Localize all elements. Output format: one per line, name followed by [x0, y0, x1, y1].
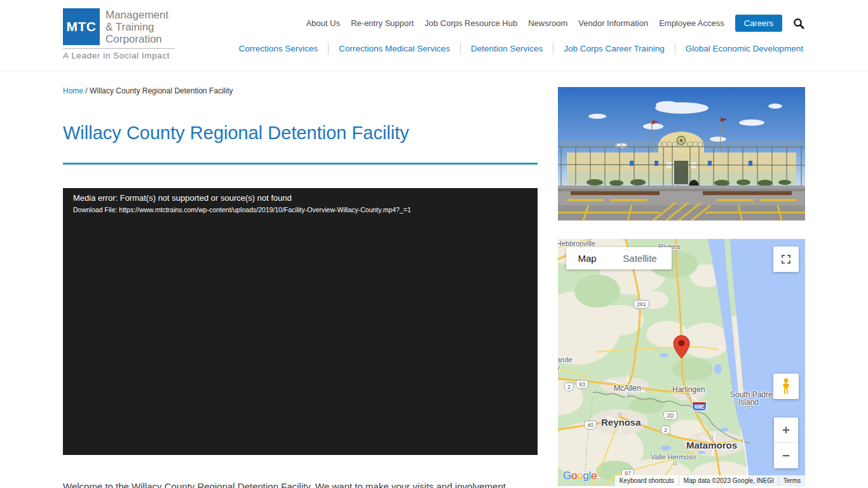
map-type-control: Map Satellite	[566, 247, 672, 269]
nav-about-us[interactable]: About Us	[306, 18, 340, 28]
mtc-logo-square: MTC	[63, 8, 100, 45]
nav-vendor-information[interactable]: Vendor Information	[578, 18, 648, 28]
zoom-control: + −	[774, 417, 798, 468]
nav-corrections-medical-services[interactable]: Corrections Medical Services	[328, 43, 460, 55]
search-icon	[793, 18, 804, 29]
google-logo[interactable]: Google	[563, 470, 597, 482]
fullscreen-icon	[781, 254, 791, 264]
logo-divider	[63, 48, 175, 49]
pegman-button[interactable]	[773, 374, 799, 399]
map-dot-riviera	[675, 251, 678, 254]
fullscreen-button[interactable]	[773, 247, 799, 272]
map-label-reynosa: Reynosa	[601, 417, 641, 428]
map-label-mcallen: McAllen	[614, 384, 641, 393]
mtc-logo[interactable]: MTC Management & Training Corporation A …	[63, 8, 176, 60]
nav-job-corps-resource-hub[interactable]: Job Corps Resource Hub	[424, 18, 517, 28]
shield-us-83: 83	[576, 380, 588, 389]
google-letter: o	[571, 470, 577, 482]
map-dot-valle-hermoso	[674, 462, 677, 465]
top-navigation: About Us Re-entry Support Job Corps Reso…	[306, 15, 804, 32]
google-letter: G	[563, 470, 571, 482]
map-dot-reynosa	[618, 412, 621, 416]
logo-tagline: A Leader in Social Impact	[63, 51, 176, 60]
careers-button[interactable]: Careers	[735, 15, 782, 32]
site-header: MTC Management & Training Corporation A …	[0, 0, 868, 71]
map-label-harlingen: Harlingen	[672, 385, 705, 394]
shield-us-281: 281	[634, 300, 649, 309]
map-label-south-padre-island: Island	[738, 398, 759, 407]
services-navigation: Corrections Services Corrections Medical…	[229, 43, 804, 55]
google-letter: e	[591, 470, 597, 482]
map-dot-south-padre	[749, 406, 752, 409]
map-dot-harlingen	[688, 395, 691, 398]
video-player[interactable]: Media error: Format(s) not supported or …	[63, 188, 538, 455]
map-type-map-button[interactable]: Map	[566, 247, 608, 269]
intro-paragraph: Welcome to the Willacy County Regional D…	[63, 481, 539, 488]
map-marker-pin[interactable]	[673, 335, 690, 359]
map-dot-mcallen	[627, 393, 630, 396]
shield-mx-40: 40	[584, 421, 597, 430]
map-terrain	[558, 239, 805, 486]
logo-line: & Training	[105, 21, 168, 33]
map-dot-matamoros	[710, 436, 713, 439]
map-data-attribution: Map data ©2023 Google, INEGI	[679, 475, 778, 486]
logo-line: Management	[105, 9, 168, 21]
logo-line: Corporation	[105, 33, 168, 45]
map-type-satellite-button[interactable]: Satellite	[608, 247, 672, 269]
title-divider	[63, 163, 538, 165]
zoom-in-button[interactable]: +	[774, 417, 798, 443]
shield-2d: 2D	[663, 411, 677, 420]
map-label-rio-grande: Grande	[558, 356, 573, 363]
breadcrumb-separator: /	[83, 86, 90, 95]
nav-reentry-support[interactable]: Re-entry Support	[351, 18, 414, 28]
nav-newsroom[interactable]: Newsroom	[528, 18, 567, 28]
keyboard-shortcuts-link[interactable]: Keyboard shortcuts	[615, 475, 679, 486]
nav-global-economic-development[interactable]: Global Economic Development	[675, 43, 804, 55]
pegman-icon	[781, 378, 791, 395]
breadcrumb-home-link[interactable]: Home	[63, 86, 83, 95]
map-label-valle-hermoso: Valle Hermoso	[651, 453, 696, 461]
google-map[interactable]: Hebbronville Riviera Grande City McAllen…	[558, 239, 805, 486]
nav-detention-services[interactable]: Detention Services	[460, 43, 553, 55]
breadcrumb-current: Willacy County Regional Detention Facili…	[90, 86, 233, 95]
terms-link[interactable]: Terms	[778, 475, 805, 486]
google-letter: o	[577, 470, 583, 482]
shield-i-69e: 69E	[692, 402, 707, 411]
breadcrumb: Home / Willacy County Regional Detention…	[63, 86, 233, 95]
video-download-link[interactable]: Download File: https://www.mtctrains.com…	[63, 203, 538, 214]
search-button[interactable]	[793, 18, 804, 29]
nav-corrections-services[interactable]: Corrections Services	[229, 43, 329, 55]
map-attribution: Keyboard shortcuts Map data ©2023 Google…	[615, 475, 805, 486]
facility-photo	[558, 87, 805, 220]
map-label-matamoros: Matamoros	[686, 440, 737, 451]
nav-job-corps-career-training[interactable]: Job Corps Career Training	[553, 43, 674, 55]
map-label-rio-grande-city: City	[558, 363, 560, 371]
facility-photo-image	[558, 87, 805, 220]
zoom-out-button[interactable]: −	[774, 443, 798, 468]
page-title: Willacy County Regional Detention Facili…	[63, 123, 409, 144]
video-error-message: Media error: Format(s) not supported or …	[63, 188, 538, 203]
mtc-logo-name: Management & Training Corporation	[105, 8, 168, 46]
nav-employee-access[interactable]: Employee Access	[659, 18, 724, 28]
map-label-hebbronville: Hebbronville	[558, 240, 595, 247]
